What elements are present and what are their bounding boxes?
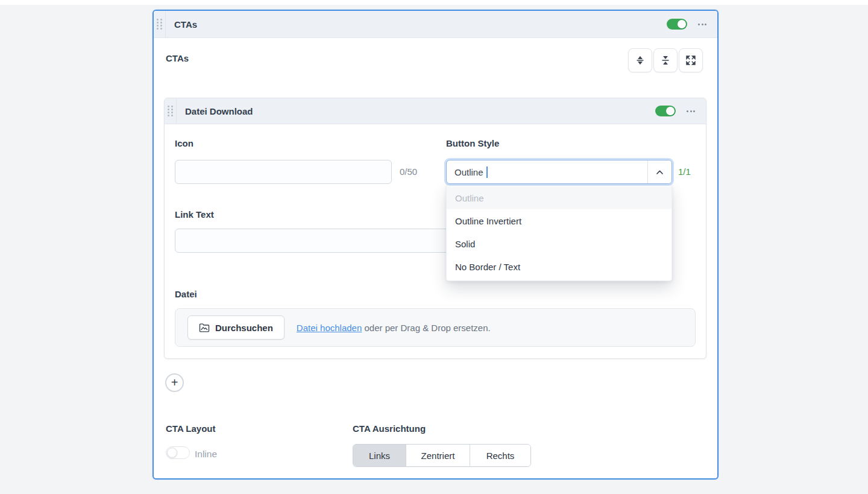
inline-toggle[interactable] (166, 446, 190, 459)
alignment-option-rechts[interactable]: Rechts (470, 445, 530, 466)
kebab-icon (698, 24, 700, 25)
icon-field-label: Icon (175, 138, 193, 148)
kebab-icon (687, 110, 688, 112)
alignment-option-links[interactable]: Links (353, 445, 406, 466)
icon-char-counter: 0/50 (400, 166, 417, 177)
expand-all-icon (635, 55, 645, 65)
blocks-toolbar (628, 48, 703, 72)
toggle-knob (678, 20, 686, 28)
button-style-counter: 1/1 (678, 166, 691, 177)
fullscreen-button[interactable] (679, 48, 703, 72)
block-title: Datei Download (185, 106, 253, 116)
drag-dots-icon (168, 106, 173, 116)
panel-menu-button[interactable] (697, 21, 708, 28)
folder-image-icon (199, 323, 210, 332)
upload-hint: Datei hochladen oder per Drag & Drop ers… (297, 323, 491, 333)
panel-enabled-toggle[interactable] (667, 19, 687, 30)
link-text-label: Link Text (175, 209, 214, 220)
cta-alignment-segmented-control: Links Zentriert Rechts (353, 444, 531, 467)
toggle-knob (167, 448, 177, 458)
collapse-all-icon (661, 55, 670, 65)
expand-all-button[interactable] (628, 48, 652, 72)
cta-block-panel: CTAs CTAs (153, 10, 719, 480)
inline-toggle-label: Inline (195, 449, 217, 460)
button-style-value: Outline (454, 167, 483, 177)
text-cursor (486, 166, 488, 178)
dropdown-option-outline[interactable]: Outline (447, 186, 671, 209)
browse-button[interactable]: Durchsuchen (187, 315, 285, 340)
collapse-all-button[interactable] (653, 48, 678, 72)
page-top-strip (0, 0, 868, 5)
fullscreen-icon (686, 55, 696, 65)
block-header: Datei Download (165, 98, 706, 124)
browse-button-label: Durchsuchen (215, 323, 273, 333)
button-style-combobox[interactable]: Outline (446, 160, 672, 184)
upload-file-link[interactable]: Datei hochladen (297, 323, 362, 333)
alignment-option-zentriert[interactable]: Zentriert (406, 445, 470, 466)
icon-input[interactable] (175, 160, 392, 184)
toggle-knob (666, 107, 675, 115)
block-menu-button[interactable] (685, 108, 696, 115)
upload-hint-text: oder per Drag & Drop ersetzen. (364, 323, 490, 333)
button-style-collapse-button[interactable] (647, 160, 671, 183)
file-field-label: Datei (175, 289, 197, 299)
dropdown-option-outline-invertiert[interactable]: Outline Invertiert (447, 209, 671, 232)
drag-handle[interactable] (154, 11, 166, 37)
chevron-up-icon (656, 170, 663, 174)
add-cta-button[interactable]: + (165, 373, 184, 392)
drag-dots-icon (157, 19, 162, 30)
cta-layout-label: CTA Layout (166, 423, 216, 434)
block-drag-handle[interactable] (165, 98, 177, 124)
block-enabled-toggle[interactable] (655, 106, 676, 116)
dropdown-option-no-border-text[interactable]: No Border / Text (447, 255, 671, 278)
dropdown-option-solid[interactable]: Solid (447, 232, 671, 255)
panel-title: CTAs (174, 19, 197, 30)
button-style-dropdown: Outline Outline Invertiert Solid No Bord… (446, 185, 672, 281)
button-style-label: Button Style (446, 138, 499, 148)
section-label: CTAs (166, 53, 189, 63)
cta-alignment-label: CTA Ausrichtung (353, 423, 426, 434)
datei-download-block: Datei Download Icon 0/50 Button Style Ou… (164, 98, 706, 359)
file-dropzone[interactable]: Durchsuchen Datei hochladen oder per Dra… (175, 308, 696, 347)
panel-header: CTAs (154, 11, 717, 38)
